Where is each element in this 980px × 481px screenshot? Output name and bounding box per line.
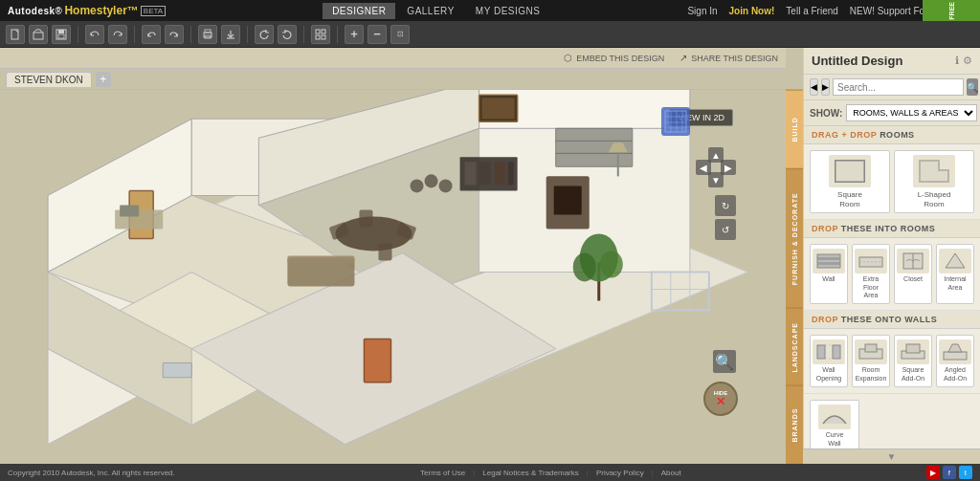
- new-button[interactable]: [6, 25, 25, 44]
- svg-rect-53: [163, 363, 191, 378]
- square-addon-icon: [897, 339, 929, 364]
- print-button[interactable]: [198, 25, 217, 44]
- square-room-item[interactable]: SquareRoom: [810, 150, 890, 213]
- l-shaped-room-icon: [913, 155, 955, 187]
- extra-floor-item[interactable]: Extra FloorArea: [852, 244, 890, 304]
- svg-point-50: [600, 251, 623, 277]
- embed-design-button[interactable]: ⬡ EMBED THIS DESIGN: [564, 53, 664, 63]
- redo-multi-button[interactable]: [108, 25, 127, 44]
- add-tab-button[interactable]: +: [96, 72, 111, 87]
- extra-floor-label: Extra FloorArea: [855, 275, 887, 299]
- tell-friend-link[interactable]: Tell a Friend: [786, 6, 837, 16]
- search-go-button[interactable]: 🔍: [967, 78, 978, 96]
- facebook-icon[interactable]: f: [943, 466, 956, 479]
- info-icon[interactable]: ℹ: [955, 55, 959, 67]
- svg-rect-88: [865, 344, 877, 352]
- beta-badge: BETA: [141, 6, 166, 16]
- user-tab[interactable]: STEVEN DKON: [6, 72, 92, 87]
- join-now-link[interactable]: Join Now!: [729, 6, 775, 16]
- extra-floor-icon: [855, 249, 887, 273]
- save-button[interactable]: [52, 25, 71, 44]
- tab-designer[interactable]: DESIGNER: [323, 3, 395, 19]
- footer-copyright: Copyright 2010 Autodesk, Inc. All rights…: [8, 469, 175, 477]
- top-navigation: Autodesk® Homestyler™ BETA DESIGNER GALL…: [0, 0, 980, 21]
- closet-item[interactable]: Closet: [894, 244, 932, 304]
- toolbar-separator-4: [247, 26, 248, 43]
- undo-multi-button[interactable]: [85, 25, 104, 44]
- sign-in-link[interactable]: Sign In: [687, 6, 717, 16]
- settings-icon[interactable]: ⚙: [963, 55, 972, 67]
- toolbar-separator-5: [303, 26, 304, 43]
- zoom-in-button[interactable]: +: [345, 25, 364, 44]
- room-expansion-item[interactable]: RoomExpansion: [852, 335, 890, 387]
- footer-terms-link[interactable]: Terms of Use: [420, 469, 465, 477]
- svg-rect-76: [817, 254, 840, 258]
- drop-into-rooms-header: DROP THESE INTO ROOMS: [804, 220, 980, 238]
- search-back-button[interactable]: ◀: [810, 78, 818, 96]
- rotate-cw-button[interactable]: ↻: [715, 195, 736, 216]
- share-icon: ↗: [679, 53, 687, 63]
- panel-expand-button[interactable]: ▼: [803, 448, 980, 464]
- tab-gallery[interactable]: GALLERY: [397, 3, 463, 19]
- wall-item[interactable]: Wall: [810, 244, 848, 304]
- hide-button[interactable]: HIDE ✕: [703, 382, 738, 416]
- show-select[interactable]: ROOMS, WALLS & AREAS: [846, 104, 977, 121]
- l-shaped-room-item[interactable]: L-ShapedRoom: [894, 150, 974, 213]
- footer-legal-link[interactable]: Legal Notices & Trademarks: [482, 469, 579, 477]
- zoom-fit-button[interactable]: ⊡: [390, 25, 410, 44]
- user-tab-bar: STEVEN DKON +: [0, 69, 786, 90]
- open-button[interactable]: [29, 25, 48, 44]
- angled-addon-label: AngledAdd-On: [944, 366, 967, 383]
- toolbar-separator-1: [78, 26, 78, 43]
- svg-point-49: [573, 252, 596, 281]
- search-forward-button[interactable]: ▶: [821, 78, 830, 96]
- undo-button[interactable]: [142, 25, 161, 44]
- redo-button[interactable]: [165, 25, 184, 44]
- curve-wall-item[interactable]: CurveWall: [810, 400, 859, 452]
- magnify-button[interactable]: 🔍: [713, 350, 736, 373]
- drop-walls-accent: DROP: [812, 315, 838, 324]
- v-tab-furnish[interactable]: FURNISH & DECORATE: [786, 168, 803, 308]
- angled-addon-item[interactable]: AngledAdd-On: [936, 335, 974, 387]
- rotate-right-button[interactable]: [278, 25, 297, 44]
- square-room-icon: [829, 155, 871, 187]
- svg-marker-75: [920, 161, 948, 182]
- room-expansion-label: RoomExpansion: [856, 366, 887, 383]
- internal-area-item[interactable]: InternalArea: [936, 244, 974, 304]
- download-button[interactable]: [221, 25, 240, 44]
- youtube-icon[interactable]: ▶: [926, 466, 940, 479]
- svg-point-62: [411, 179, 424, 192]
- tab-my-designs[interactable]: MY DESIGNS: [466, 3, 550, 19]
- svg-marker-83: [946, 253, 965, 268]
- toolbar-separator-2: [134, 26, 135, 43]
- wall-opening-item[interactable]: WallOpening: [810, 335, 848, 387]
- zoom-out-button[interactable]: −: [368, 25, 387, 44]
- svg-marker-92: [948, 344, 962, 352]
- twitter-icon[interactable]: t: [959, 466, 972, 479]
- toggle-view-button[interactable]: [311, 25, 330, 44]
- footer-about-link[interactable]: About: [661, 469, 681, 477]
- rotate-left-button[interactable]: [255, 25, 274, 44]
- wall-icon: [813, 249, 845, 273]
- svg-point-61: [439, 179, 453, 192]
- toolbar: + − ⊡: [0, 21, 980, 48]
- wall-opening-icon: [813, 339, 845, 364]
- v-tab-landscape[interactable]: LANDSCAPE: [786, 308, 803, 386]
- nav-arrow-right[interactable]: ▶: [721, 160, 736, 175]
- share-design-button[interactable]: ↗ SHARE THIS DESIGN: [679, 53, 778, 63]
- svg-rect-52: [364, 339, 390, 383]
- room-parts-grid: Wall Extra FloorArea: [804, 238, 980, 311]
- v-tab-brands[interactable]: BRANDS: [786, 385, 803, 464]
- embed-label: EMBED THIS DESIGN: [576, 54, 664, 63]
- svg-rect-10: [316, 30, 320, 33]
- rotate-ccw-button[interactable]: ↺: [715, 219, 736, 240]
- panel-search-input[interactable]: [833, 78, 964, 96]
- nav-arrow-left[interactable]: ◀: [696, 160, 711, 175]
- svg-rect-35: [479, 162, 491, 185]
- v-tab-build[interactable]: BUILD: [786, 90, 803, 168]
- svg-rect-85: [833, 345, 840, 359]
- footer-privacy-link[interactable]: Privacy Policy: [596, 469, 644, 477]
- square-addon-item[interactable]: SquareAdd-On: [894, 335, 932, 387]
- svg-rect-11: [322, 30, 325, 33]
- show-label: SHOW:: [810, 108, 842, 119]
